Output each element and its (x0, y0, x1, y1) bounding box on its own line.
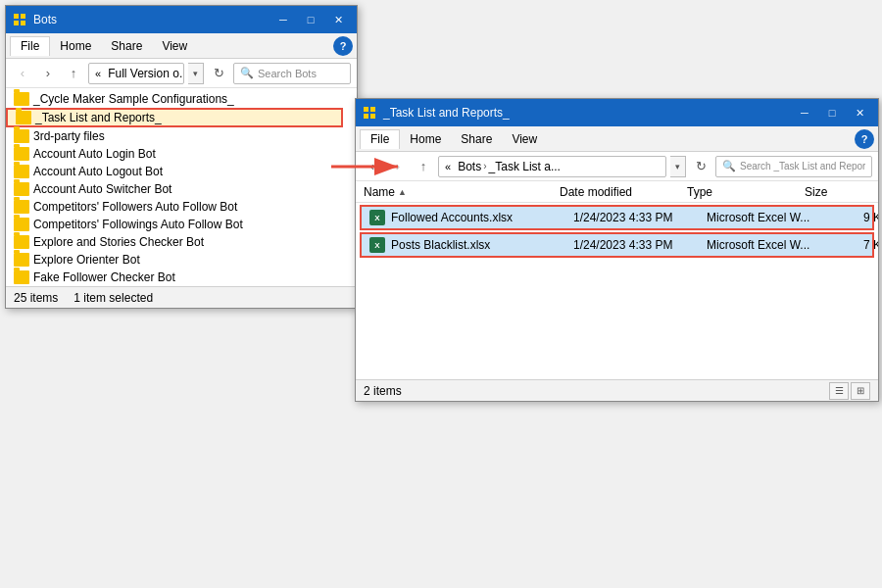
file-item-name: Competitors' Followers Auto Follow Bot (33, 200, 237, 214)
folder-icon (14, 270, 29, 284)
list-item[interactable]: 3rd-party files (6, 127, 343, 145)
file-date: 1/24/2023 4:33 PM (573, 211, 701, 224)
win1-help-button[interactable]: ? (333, 36, 353, 56)
win2-tab-file[interactable]: File (360, 129, 400, 149)
win2-tab-view[interactable]: View (502, 130, 547, 148)
win1-selected-count: 1 item selected (74, 291, 153, 305)
win2-minimize-button[interactable]: ─ (792, 103, 817, 122)
list-item[interactable]: Account Auto Switcher Bot (6, 180, 343, 198)
win1-forward-button[interactable]: › (37, 63, 59, 84)
win1-search-box[interactable]: 🔍 Search Bots (233, 63, 351, 84)
list-item-tasklist[interactable]: _Task List and Reports_ (6, 108, 343, 127)
win1-close-button[interactable]: ✕ (325, 10, 351, 29)
list-item[interactable]: _Cycle Maker Sample Configurations_ (6, 90, 343, 108)
win1-ribbon: File Home Share View ? (6, 33, 357, 59)
file-item-name: Account Auto Login Bot (33, 147, 156, 161)
win1-maximize-button[interactable]: □ (298, 10, 323, 29)
win1-tab-file[interactable]: File (10, 36, 50, 56)
win2-title: _Task List and Reports_ (383, 106, 792, 120)
win1-title: Bots (33, 13, 270, 26)
list-item[interactable]: Explore Orienter Bot (6, 251, 343, 269)
tasklist-window: _Task List and Reports_ ─ □ ✕ File Home … (355, 98, 879, 402)
table-row[interactable]: X Posts Blacklist.xlsx 1/24/2023 4:33 PM… (360, 232, 874, 258)
win1-tab-home[interactable]: Home (50, 37, 101, 55)
win1-addr-dropdown[interactable]: ▾ (188, 63, 204, 84)
win2-ribbon: File Home Share View ? (356, 126, 878, 152)
win1-controls: ─ □ ✕ (270, 10, 351, 29)
col-header-size[interactable]: Size (805, 185, 863, 199)
win2-help-button[interactable]: ? (855, 129, 874, 149)
folder-icon (14, 147, 29, 161)
excel-icon: X (369, 237, 385, 253)
list-item[interactable]: Account Auto Login Bot (6, 145, 343, 163)
win1-file-area[interactable]: _Cycle Maker Sample Configurations_ _Tas… (6, 88, 357, 286)
win2-column-headers: Name ▲ Date modified Type Size (356, 181, 878, 203)
list-item[interactable]: Account Auto Logout Bot (6, 163, 343, 180)
file-item-name: Fake Follower Checker Bot (33, 270, 175, 284)
folder-icon (14, 165, 29, 178)
win1-back-button[interactable]: ‹ (12, 63, 33, 84)
col-header-name[interactable]: Name ▲ (364, 185, 560, 199)
win2-refresh-button[interactable]: ↻ (690, 156, 711, 177)
win2-addr-dropdown[interactable]: ▾ (670, 156, 686, 177)
view-icons: ☰ ⊞ (829, 382, 870, 400)
win1-file-list: _Cycle Maker Sample Configurations_ _Tas… (6, 88, 357, 286)
win1-minimize-button[interactable]: ─ (270, 10, 296, 29)
win1-address-box[interactable]: « Full Version o... › Bots (88, 63, 184, 84)
win1-up-button[interactable]: ↑ (63, 63, 84, 84)
win2-file-area[interactable]: X Followed Accounts.xlsx 1/24/2023 4:33 … (356, 203, 878, 379)
view-details-button[interactable]: ☰ (829, 382, 849, 400)
col-header-date[interactable]: Date modified (560, 185, 687, 199)
win2-addr-part2: _Task List a... (489, 160, 561, 173)
folder-icon (14, 200, 29, 214)
win2-maximize-button[interactable]: □ (819, 103, 845, 122)
win1-tab-share[interactable]: Share (101, 37, 152, 55)
win1-tab-view[interactable]: View (152, 37, 197, 55)
col-header-type[interactable]: Type (687, 185, 805, 199)
folder-icon (16, 111, 31, 124)
file-date: 1/24/2023 4:33 PM (573, 238, 701, 252)
file-item-name: Explore and Stories Checker Bot (33, 235, 204, 249)
svg-rect-3 (21, 21, 25, 25)
win2-close-button[interactable]: ✕ (847, 103, 872, 122)
folder-icon (14, 129, 29, 143)
svg-rect-0 (14, 14, 19, 19)
win1-item-count: 25 items (14, 291, 58, 305)
win2-search-box[interactable]: 🔍 Search _Task List and Reports_ (715, 156, 872, 177)
list-item[interactable]: Fake Follower Checker Bot (6, 269, 343, 286)
svg-rect-2 (21, 14, 25, 19)
win2-address-box[interactable]: « Bots › _Task List a... (438, 156, 666, 177)
sort-arrow-name: ▲ (398, 187, 407, 197)
arrow-svg (331, 152, 410, 181)
list-item[interactable]: Competitors' Followings Auto Follow Bot (6, 216, 343, 233)
win1-refresh-button[interactable]: ↻ (208, 63, 229, 84)
win1-app-icon (12, 13, 27, 26)
folder-icon (14, 253, 29, 267)
win2-search-icon: 🔍 (722, 160, 736, 172)
win2-address-bar: ‹ › ↑ « Bots › _Task List a... ▾ ↻ 🔍 Sea… (356, 152, 878, 181)
file-item-name: Account Auto Switcher Bot (33, 182, 172, 196)
file-type: Microsoft Excel W... (707, 238, 824, 252)
folder-icon (14, 182, 29, 196)
win2-item-count: 2 items (364, 384, 402, 398)
view-tiles-button[interactable]: ⊞ (851, 382, 870, 400)
win2-controls: ─ □ ✕ (792, 103, 872, 122)
file-size: 9 KB (830, 211, 878, 224)
win1-address-bar: ‹ › ↑ « Full Version o... › Bots ▾ ↻ 🔍 S… (6, 59, 357, 88)
svg-rect-1 (14, 21, 19, 25)
win1-search-icon: 🔍 (240, 67, 254, 79)
table-row[interactable]: X Followed Accounts.xlsx 1/24/2023 4:33 … (360, 205, 874, 230)
win1-addr-part1: Full Version o... (108, 67, 184, 80)
win2-tab-home[interactable]: Home (400, 130, 451, 148)
win1-titlebar: Bots ─ □ ✕ (6, 6, 357, 33)
svg-rect-6 (364, 107, 368, 112)
folder-icon (14, 218, 29, 231)
win2-app-icon (362, 106, 377, 120)
file-size: 7 KB (830, 238, 878, 252)
file-type: Microsoft Excel W... (707, 211, 824, 224)
win2-tab-share[interactable]: Share (451, 130, 502, 148)
list-item[interactable]: Explore and Stories Checker Bot (6, 233, 343, 251)
win1-status-bar: 25 items 1 item selected (6, 286, 357, 308)
list-item[interactable]: Competitors' Followers Auto Follow Bot (6, 198, 343, 216)
win2-up-button[interactable]: ↑ (413, 156, 434, 177)
